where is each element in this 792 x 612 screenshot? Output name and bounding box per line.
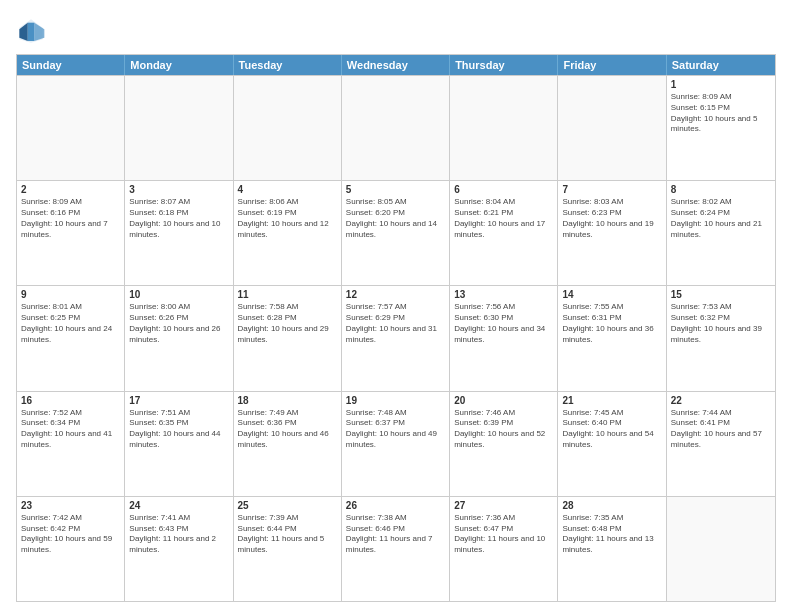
day-number: 2 — [21, 184, 120, 195]
day-cell-22: 22Sunrise: 7:44 AM Sunset: 6:41 PM Dayli… — [667, 392, 775, 496]
day-info: Sunrise: 8:09 AM Sunset: 6:15 PM Dayligh… — [671, 92, 771, 135]
day-cell-14: 14Sunrise: 7:55 AM Sunset: 6:31 PM Dayli… — [558, 286, 666, 390]
day-info: Sunrise: 7:38 AM Sunset: 6:46 PM Dayligh… — [346, 513, 445, 556]
empty-cell — [450, 76, 558, 180]
day-info: Sunrise: 7:51 AM Sunset: 6:35 PM Dayligh… — [129, 408, 228, 451]
calendar-header: SundayMondayTuesdayWednesdayThursdayFrid… — [17, 55, 775, 75]
calendar-row-0: 1Sunrise: 8:09 AM Sunset: 6:15 PM Daylig… — [17, 75, 775, 180]
day-info: Sunrise: 7:36 AM Sunset: 6:47 PM Dayligh… — [454, 513, 553, 556]
day-info: Sunrise: 8:01 AM Sunset: 6:25 PM Dayligh… — [21, 302, 120, 345]
day-info: Sunrise: 7:53 AM Sunset: 6:32 PM Dayligh… — [671, 302, 771, 345]
day-number: 11 — [238, 289, 337, 300]
day-cell-16: 16Sunrise: 7:52 AM Sunset: 6:34 PM Dayli… — [17, 392, 125, 496]
day-number: 21 — [562, 395, 661, 406]
day-info: Sunrise: 8:05 AM Sunset: 6:20 PM Dayligh… — [346, 197, 445, 240]
day-cell-3: 3Sunrise: 8:07 AM Sunset: 6:18 PM Daylig… — [125, 181, 233, 285]
day-number: 28 — [562, 500, 661, 511]
day-cell-1: 1Sunrise: 8:09 AM Sunset: 6:15 PM Daylig… — [667, 76, 775, 180]
page: SundayMondayTuesdayWednesdayThursdayFrid… — [0, 0, 792, 612]
day-cell-6: 6Sunrise: 8:04 AM Sunset: 6:21 PM Daylig… — [450, 181, 558, 285]
day-info: Sunrise: 8:07 AM Sunset: 6:18 PM Dayligh… — [129, 197, 228, 240]
day-number: 5 — [346, 184, 445, 195]
day-cell-20: 20Sunrise: 7:46 AM Sunset: 6:39 PM Dayli… — [450, 392, 558, 496]
calendar-row-3: 16Sunrise: 7:52 AM Sunset: 6:34 PM Dayli… — [17, 391, 775, 496]
day-number: 7 — [562, 184, 661, 195]
day-info: Sunrise: 8:02 AM Sunset: 6:24 PM Dayligh… — [671, 197, 771, 240]
header-day-thursday: Thursday — [450, 55, 558, 75]
day-number: 9 — [21, 289, 120, 300]
day-number: 8 — [671, 184, 771, 195]
day-cell-12: 12Sunrise: 7:57 AM Sunset: 6:29 PM Dayli… — [342, 286, 450, 390]
calendar: SundayMondayTuesdayWednesdayThursdayFrid… — [16, 54, 776, 602]
day-number: 4 — [238, 184, 337, 195]
day-cell-26: 26Sunrise: 7:38 AM Sunset: 6:46 PM Dayli… — [342, 497, 450, 601]
day-cell-27: 27Sunrise: 7:36 AM Sunset: 6:47 PM Dayli… — [450, 497, 558, 601]
day-number: 22 — [671, 395, 771, 406]
day-info: Sunrise: 7:39 AM Sunset: 6:44 PM Dayligh… — [238, 513, 337, 556]
day-number: 19 — [346, 395, 445, 406]
day-cell-19: 19Sunrise: 7:48 AM Sunset: 6:37 PM Dayli… — [342, 392, 450, 496]
day-cell-7: 7Sunrise: 8:03 AM Sunset: 6:23 PM Daylig… — [558, 181, 666, 285]
empty-cell — [558, 76, 666, 180]
day-cell-13: 13Sunrise: 7:56 AM Sunset: 6:30 PM Dayli… — [450, 286, 558, 390]
day-number: 27 — [454, 500, 553, 511]
day-info: Sunrise: 7:35 AM Sunset: 6:48 PM Dayligh… — [562, 513, 661, 556]
day-info: Sunrise: 7:52 AM Sunset: 6:34 PM Dayligh… — [21, 408, 120, 451]
day-number: 1 — [671, 79, 771, 90]
day-info: Sunrise: 7:55 AM Sunset: 6:31 PM Dayligh… — [562, 302, 661, 345]
day-info: Sunrise: 8:03 AM Sunset: 6:23 PM Dayligh… — [562, 197, 661, 240]
day-number: 16 — [21, 395, 120, 406]
day-number: 15 — [671, 289, 771, 300]
empty-cell — [17, 76, 125, 180]
header-day-friday: Friday — [558, 55, 666, 75]
day-info: Sunrise: 8:00 AM Sunset: 6:26 PM Dayligh… — [129, 302, 228, 345]
day-info: Sunrise: 7:49 AM Sunset: 6:36 PM Dayligh… — [238, 408, 337, 451]
day-cell-23: 23Sunrise: 7:42 AM Sunset: 6:42 PM Dayli… — [17, 497, 125, 601]
header-day-saturday: Saturday — [667, 55, 775, 75]
day-number: 12 — [346, 289, 445, 300]
day-number: 13 — [454, 289, 553, 300]
day-number: 17 — [129, 395, 228, 406]
day-cell-2: 2Sunrise: 8:09 AM Sunset: 6:16 PM Daylig… — [17, 181, 125, 285]
header-day-wednesday: Wednesday — [342, 55, 450, 75]
header-day-tuesday: Tuesday — [234, 55, 342, 75]
header-day-sunday: Sunday — [17, 55, 125, 75]
logo-icon — [16, 16, 46, 46]
day-cell-10: 10Sunrise: 8:00 AM Sunset: 6:26 PM Dayli… — [125, 286, 233, 390]
header-day-monday: Monday — [125, 55, 233, 75]
day-info: Sunrise: 8:09 AM Sunset: 6:16 PM Dayligh… — [21, 197, 120, 240]
empty-cell — [125, 76, 233, 180]
day-info: Sunrise: 7:42 AM Sunset: 6:42 PM Dayligh… — [21, 513, 120, 556]
day-info: Sunrise: 7:48 AM Sunset: 6:37 PM Dayligh… — [346, 408, 445, 451]
header — [16, 16, 776, 46]
day-number: 3 — [129, 184, 228, 195]
logo — [16, 16, 50, 46]
empty-cell — [234, 76, 342, 180]
day-number: 24 — [129, 500, 228, 511]
empty-cell — [667, 497, 775, 601]
day-cell-24: 24Sunrise: 7:41 AM Sunset: 6:43 PM Dayli… — [125, 497, 233, 601]
calendar-row-2: 9Sunrise: 8:01 AM Sunset: 6:25 PM Daylig… — [17, 285, 775, 390]
day-cell-18: 18Sunrise: 7:49 AM Sunset: 6:36 PM Dayli… — [234, 392, 342, 496]
day-number: 18 — [238, 395, 337, 406]
day-cell-21: 21Sunrise: 7:45 AM Sunset: 6:40 PM Dayli… — [558, 392, 666, 496]
day-cell-25: 25Sunrise: 7:39 AM Sunset: 6:44 PM Dayli… — [234, 497, 342, 601]
day-info: Sunrise: 7:41 AM Sunset: 6:43 PM Dayligh… — [129, 513, 228, 556]
day-cell-28: 28Sunrise: 7:35 AM Sunset: 6:48 PM Dayli… — [558, 497, 666, 601]
day-cell-11: 11Sunrise: 7:58 AM Sunset: 6:28 PM Dayli… — [234, 286, 342, 390]
day-info: Sunrise: 7:44 AM Sunset: 6:41 PM Dayligh… — [671, 408, 771, 451]
day-info: Sunrise: 8:06 AM Sunset: 6:19 PM Dayligh… — [238, 197, 337, 240]
day-cell-9: 9Sunrise: 8:01 AM Sunset: 6:25 PM Daylig… — [17, 286, 125, 390]
day-number: 14 — [562, 289, 661, 300]
day-cell-5: 5Sunrise: 8:05 AM Sunset: 6:20 PM Daylig… — [342, 181, 450, 285]
day-info: Sunrise: 7:58 AM Sunset: 6:28 PM Dayligh… — [238, 302, 337, 345]
day-info: Sunrise: 8:04 AM Sunset: 6:21 PM Dayligh… — [454, 197, 553, 240]
day-cell-15: 15Sunrise: 7:53 AM Sunset: 6:32 PM Dayli… — [667, 286, 775, 390]
calendar-row-1: 2Sunrise: 8:09 AM Sunset: 6:16 PM Daylig… — [17, 180, 775, 285]
day-number: 6 — [454, 184, 553, 195]
day-cell-17: 17Sunrise: 7:51 AM Sunset: 6:35 PM Dayli… — [125, 392, 233, 496]
day-info: Sunrise: 7:46 AM Sunset: 6:39 PM Dayligh… — [454, 408, 553, 451]
day-info: Sunrise: 7:45 AM Sunset: 6:40 PM Dayligh… — [562, 408, 661, 451]
day-number: 20 — [454, 395, 553, 406]
day-info: Sunrise: 7:57 AM Sunset: 6:29 PM Dayligh… — [346, 302, 445, 345]
